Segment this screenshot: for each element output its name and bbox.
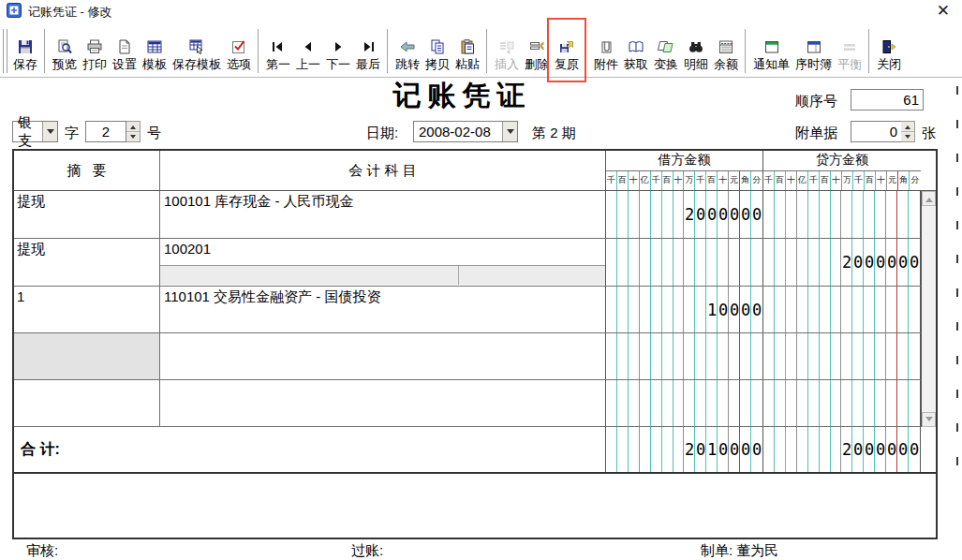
digit-column (775, 380, 786, 426)
spin-up-icon[interactable] (126, 122, 140, 132)
summary-cell[interactable]: 提现 (14, 191, 160, 238)
digit-column (617, 239, 629, 286)
summary-cell[interactable] (14, 380, 160, 426)
toolbar-button-last[interactable]: 最后 (353, 26, 383, 75)
debit-cell[interactable] (606, 380, 763, 426)
toolbar-separator (745, 29, 747, 73)
toolbar-button-journal[interactable]: 序时簿 (792, 26, 835, 75)
debit-amount: 10000 (606, 287, 762, 332)
debit-digit-headers: 千百十亿千百十万千百十元角分 (606, 170, 762, 191)
digit-column (875, 287, 886, 332)
chevron-down-icon[interactable] (42, 122, 57, 141)
spin-up-icon[interactable] (901, 122, 914, 132)
digit-column (763, 333, 775, 379)
digit-column (751, 380, 762, 426)
spin-down-icon[interactable] (126, 132, 140, 141)
summary-cell[interactable]: 1 (14, 287, 160, 332)
digit-column (841, 380, 852, 426)
voucher-number-field[interactable]: 2 (85, 121, 126, 142)
digit-column (651, 380, 662, 426)
toolbar-button-balance[interactable]: 余额 (711, 26, 741, 75)
digit-column (629, 239, 640, 286)
toolbar-button-prev[interactable]: 上一 (293, 26, 323, 75)
toolbar-button-close[interactable]: 关闭 (874, 26, 904, 75)
toolbar-button-template[interactable]: 模板 (140, 26, 170, 75)
chevron-down-icon[interactable] (502, 122, 517, 141)
digit-column (909, 333, 920, 379)
toolbar-button-notice[interactable]: 通知单 (750, 26, 792, 75)
toolbar-button-label: 删除 (525, 56, 549, 73)
toolbar-button-label: 插入 (495, 56, 519, 73)
toolbar-button-save[interactable]: 保存 (10, 26, 40, 75)
vertical-scrollbar[interactable] (921, 191, 936, 427)
close-icon[interactable]: ✕ (937, 1, 950, 22)
account-cell[interactable] (160, 380, 606, 426)
titlebar: 记账凭证 - 修改 (0, 0, 962, 24)
digit-column (640, 380, 651, 426)
scroll-down-button[interactable] (922, 412, 936, 427)
toolbar-button-label: 选项 (227, 56, 251, 73)
spin-down-icon[interactable] (901, 132, 914, 141)
debit-cell[interactable] (606, 239, 763, 286)
date-select[interactable]: 2008-02-08 (413, 121, 518, 142)
credit-cell[interactable] (763, 333, 921, 379)
total-row: 合 计: 2010000 2000000 (14, 427, 936, 472)
edit-segment[interactable] (459, 266, 605, 285)
debit-cell[interactable]: 2000000 (606, 191, 763, 238)
digit-header: 十 (629, 171, 640, 191)
digit-column (763, 191, 775, 238)
toolbar-button-get[interactable]: 获取 (621, 26, 651, 75)
credit-cell[interactable] (763, 191, 921, 238)
account-cell[interactable]: 110101 交易性金融资产 - 国债投资 (160, 287, 606, 332)
scrollbar-gap (921, 151, 936, 190)
toolbar-button-delete[interactable]: 删除 (522, 26, 552, 75)
close-icon (881, 37, 897, 56)
account-cell[interactable]: 100201 (160, 239, 606, 286)
voucher-number-stepper[interactable] (126, 121, 141, 142)
print-icon (86, 37, 103, 56)
digit-header: 千 (763, 171, 775, 191)
toolbar-button-transform[interactable]: 变换 (651, 26, 681, 75)
toolbar-button-detail[interactable]: 明细 (681, 26, 711, 75)
toolbar-button-preview[interactable]: 预览 (50, 26, 80, 75)
toolbar-button-restore[interactable]: 复原 (552, 26, 582, 75)
digit-column (673, 380, 685, 426)
toolbar-button-label: 关闭 (877, 56, 901, 73)
account-cell[interactable] (160, 333, 606, 379)
toolbar-button-attachment[interactable]: 附件 (591, 26, 621, 75)
toolbar-button-copy[interactable]: 拷贝 (422, 26, 452, 75)
scroll-up-button[interactable] (922, 191, 936, 206)
credit-cell[interactable] (763, 287, 921, 332)
summary-cell[interactable] (14, 333, 160, 379)
digit-column (775, 333, 786, 379)
credit-cell[interactable] (763, 380, 921, 426)
credit-cell[interactable]: 2000000 (763, 239, 921, 286)
voucher-word-select[interactable]: 银支 (12, 121, 58, 142)
attach-unit-label: 张 (922, 125, 936, 142)
debit-cell[interactable]: 10000 (606, 287, 763, 332)
toolbar-button-jump[interactable]: 跳转 (392, 26, 422, 75)
digit-header: 角 (898, 171, 910, 191)
digit-header: 千 (606, 171, 617, 191)
account-cell[interactable]: 100101 库存现金 - 人民币现金 (160, 191, 606, 238)
toolbar-button-print[interactable]: 打印 (80, 26, 110, 75)
debit-cell[interactable] (606, 333, 763, 379)
edit-segment[interactable] (160, 266, 459, 285)
inline-edit-bar[interactable] (160, 265, 605, 285)
toolbar-button-first[interactable]: 第一 (263, 26, 293, 75)
toolbar-button-options[interactable]: 选项 (224, 26, 254, 75)
digit-header: 百 (820, 171, 831, 191)
date-label: 日期: (366, 125, 398, 142)
attach-stepper[interactable] (901, 121, 915, 142)
attach-field[interactable]: 0 (851, 121, 902, 142)
toolbar-button-page-setup[interactable]: 设置 (110, 26, 140, 75)
digit-column (606, 333, 617, 379)
digit-header: 十 (876, 171, 887, 191)
serial-field[interactable]: 61 (851, 89, 924, 111)
toolbar-button-next[interactable]: 下一 (323, 26, 353, 75)
summary-cell[interactable]: 提现 (14, 239, 160, 286)
toolbar-button-save-template[interactable]: 保存模板 (170, 26, 224, 75)
toolbar-button-paste[interactable]: 粘贴 (452, 26, 482, 75)
next-icon (330, 37, 347, 56)
journal-icon (806, 37, 822, 56)
